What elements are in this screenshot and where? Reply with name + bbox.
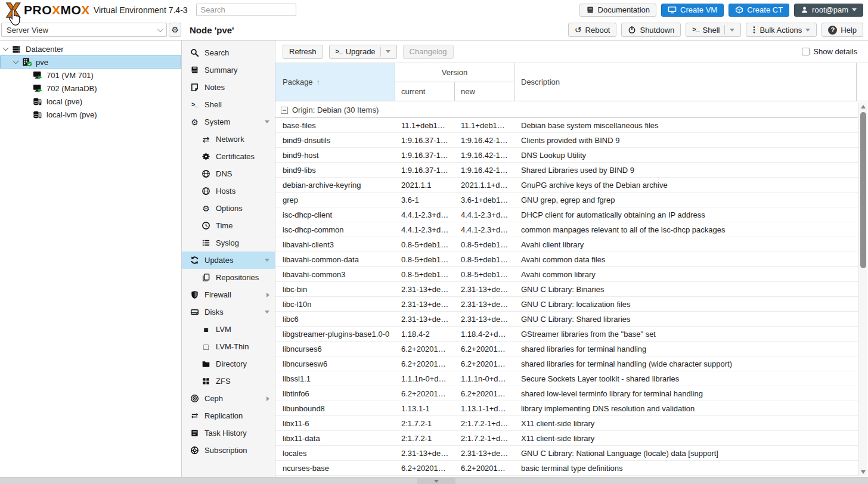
- tree-item-701-vm-701[interactable]: 701 (VM 701): [0, 69, 181, 82]
- tree-item-datacenter[interactable]: Datacenter: [0, 42, 181, 55]
- sidebar-item-lvm[interactable]: ■LVM: [182, 321, 275, 338]
- table-row[interactable]: locales2.31-13+de…2.31-13+de…GNU C Libra…: [275, 446, 858, 461]
- sidebar-item-zfs[interactable]: ZFS: [182, 373, 275, 390]
- reboot-icon: ↺: [575, 26, 582, 34]
- global-search-input[interactable]: [196, 4, 296, 16]
- sidebar-item-time[interactable]: Time: [182, 217, 275, 234]
- splitter-expand-handle[interactable]: [417, 478, 455, 484]
- user-menu-button[interactable]: root@pam: [794, 4, 863, 17]
- table-row[interactable]: bind9-libs1:9.16.37-1…1:9.16.42-1…Shared…: [275, 163, 858, 178]
- refresh-button[interactable]: Refresh: [283, 45, 323, 59]
- sidebar-item-repositories[interactable]: Repositories: [182, 269, 275, 286]
- column-header-current[interactable]: current: [395, 82, 455, 101]
- help-button[interactable]: ?Help: [822, 23, 863, 37]
- sidebar-item-notes[interactable]: Notes: [182, 79, 275, 96]
- table-row[interactable]: debian-archive-keyring2021.1.12021.1.1+d…: [275, 178, 858, 193]
- table-row[interactable]: libavahi-client30.8-5+deb1…0.8-5+deb1…Av…: [275, 237, 858, 252]
- column-header-version[interactable]: Version: [395, 63, 514, 82]
- upgrade-button[interactable]: >_Upgrade: [329, 45, 397, 59]
- table-row[interactable]: libc-bin2.31-13+de…2.31-13+de…GNU C Libr…: [275, 282, 858, 297]
- table-row[interactable]: libx11-62:1.7.2-12:1.7.2-1+d…X11 client-…: [275, 416, 858, 431]
- group-header-row[interactable]: Origin: Debian (30 Items): [275, 103, 858, 118]
- cell-new: 2.31-13+de…: [455, 285, 514, 294]
- table-row[interactable]: libncursesw66.2+20201…6.2+20201…shared l…: [275, 356, 858, 371]
- view-selector[interactable]: Server View: [1, 23, 167, 37]
- table-row[interactable]: libncurses66.2+20201…6.2+20201…shared li…: [275, 342, 858, 356]
- sidebar-item-certificates[interactable]: Certificates: [182, 148, 275, 165]
- table-row[interactable]: bind9-dnsutils1:9.16.37-1…1:9.16.42-1…Cl…: [275, 133, 858, 148]
- scroll-down-icon[interactable]: [861, 470, 866, 474]
- collapse-icon[interactable]: [265, 120, 269, 123]
- expand-icon[interactable]: [266, 396, 269, 401]
- sidebar-item-disks[interactable]: Disks: [182, 303, 275, 321]
- changelog-button[interactable]: Changelog: [403, 45, 454, 59]
- table-row[interactable]: ncurses-base6.2+20201…6.2+20201…basic te…: [275, 461, 858, 476]
- tree-item-702-mariadb[interactable]: 702 (MariaDB): [0, 82, 181, 95]
- tree-item-pve[interactable]: pve: [0, 55, 181, 69]
- table-row[interactable]: grep3.6-13.6-1+deb1…GNU grep, egrep and …: [275, 193, 858, 207]
- collapse-icon[interactable]: [265, 259, 269, 262]
- shutdown-button[interactable]: Shutdown: [621, 23, 681, 37]
- sidebar-item-shell[interactable]: >_Shell: [182, 96, 275, 113]
- tree-item-local-lvm-pve[interactable]: local-lvm (pve): [0, 108, 181, 121]
- table-row[interactable]: libtinfo66.2+20201…6.2+20201…shared low-…: [275, 386, 858, 401]
- sidebar-item-system[interactable]: ⚙System: [182, 113, 275, 131]
- table-row[interactable]: bind9-host1:9.16.37-1…1:9.16.42-1…DNS Lo…: [275, 148, 858, 163]
- secondary-header: Server View ⚙ Node 'pve' ↺Reboot Shutdow…: [0, 20, 868, 41]
- cell-new: 1:9.16.42-1…: [455, 151, 514, 160]
- column-header-description[interactable]: Description: [514, 63, 857, 101]
- sidebar-item-lvm-thin[interactable]: □LVM-Thin: [182, 338, 275, 355]
- sidebar-item-syslog[interactable]: Syslog: [182, 234, 275, 252]
- vertical-scrollbar[interactable]: [858, 103, 867, 476]
- cell-desc: GNU grep, egrep and fgrep: [514, 196, 858, 204]
- expand-icon[interactable]: [266, 293, 269, 297]
- table-row[interactable]: base-files11.1+deb1…11.1+deb1…Debian bas…: [275, 118, 858, 133]
- column-header-new[interactable]: new: [455, 82, 514, 101]
- table-row[interactable]: libgstreamer-plugins-base1.0-01.18.4-21.…: [275, 327, 858, 342]
- sidebar-item-replication[interactable]: Replication: [182, 407, 275, 424]
- documentation-button[interactable]: Documentation: [579, 4, 656, 17]
- table-row[interactable]: libx11-data2:1.7.2-12:1.7.2-1+d…X11 clie…: [275, 431, 858, 446]
- sidebar-item-hosts[interactable]: Hosts: [182, 182, 275, 200]
- reboot-button[interactable]: ↺Reboot: [568, 23, 617, 37]
- bulk-actions-button[interactable]: Bulk Actions: [746, 23, 817, 37]
- column-header-package[interactable]: Package↑: [275, 63, 395, 101]
- sidebar-item-firewall[interactable]: Firewall: [182, 286, 275, 303]
- sidebar-item-network[interactable]: ⇄Network: [182, 131, 275, 148]
- sidebar-item-subscription[interactable]: Subscription: [182, 442, 275, 459]
- tree-item-local-pve[interactable]: local (pve): [0, 95, 181, 108]
- cell-desc: GNU C Library: Binaries: [514, 285, 858, 294]
- show-details-checkbox[interactable]: [802, 48, 810, 55]
- cell-cur: 1.18.4-2: [395, 330, 455, 339]
- table-row[interactable]: libc-l10n2.31-13+de…2.31-13+de…GNU C Lib…: [275, 297, 858, 312]
- sidebar-item-task-history[interactable]: Task History: [182, 424, 275, 442]
- tree-settings-button[interactable]: ⚙: [169, 23, 181, 37]
- certificate-icon: [200, 152, 212, 161]
- table-row[interactable]: libavahi-common30.8-5+deb1…0.8-5+deb1…Av…: [275, 267, 858, 282]
- scroll-up-icon[interactable]: [861, 105, 866, 108]
- sidebar-item-directory[interactable]: Directory: [182, 355, 275, 373]
- sidebar-item-updates[interactable]: Updates: [182, 252, 275, 269]
- expander-icon[interactable]: [3, 45, 9, 51]
- scrollbar-thumb[interactable]: [860, 112, 866, 268]
- sidebar-item-options[interactable]: ⚙Options: [182, 200, 275, 217]
- table-row[interactable]: isc-dhcp-common4.4.1-2.3+d…4.4.1-2.3+d…c…: [275, 222, 858, 237]
- table-row[interactable]: libunbound81.13.1-11.13.1-1+d…library im…: [275, 401, 858, 416]
- table-row[interactable]: isc-dhcp-client4.4.1-2.3+d…4.4.1-2.3+d…D…: [275, 207, 858, 222]
- shell-button[interactable]: >_Shell: [686, 23, 741, 37]
- create-ct-button[interactable]: Create CT: [728, 4, 789, 17]
- proxmox-logo-icon[interactable]: [5, 2, 21, 18]
- table-row[interactable]: libssl1.11.1.1n-0+d…1.1.1n-0+d…Secure So…: [275, 371, 858, 386]
- sidebar-item-ceph[interactable]: Ceph: [182, 390, 275, 407]
- sidebar-item-summary[interactable]: Summary: [182, 61, 275, 79]
- table-row[interactable]: libc62.31-13+de…2.31-13+de…GNU C Library…: [275, 312, 858, 327]
- collapse-group-icon[interactable]: [281, 107, 288, 114]
- collapse-icon[interactable]: [265, 311, 269, 314]
- sidebar-item-search[interactable]: Search: [182, 44, 275, 61]
- cell-new: 2:1.7.2-1+d…: [455, 434, 514, 443]
- expander-icon[interactable]: [13, 58, 19, 64]
- table-row[interactable]: libavahi-common-data0.8-5+deb1…0.8-5+deb…: [275, 252, 858, 267]
- show-details-toggle[interactable]: Show details: [802, 47, 857, 56]
- create-vm-button[interactable]: Create VM: [661, 4, 724, 17]
- sidebar-item-dns[interactable]: DNS: [182, 165, 275, 182]
